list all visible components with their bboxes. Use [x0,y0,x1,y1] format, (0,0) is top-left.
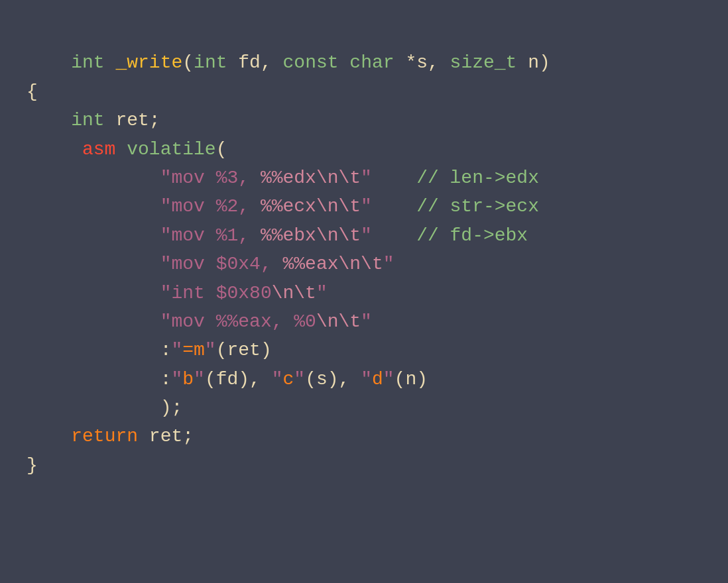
keyword-volatile: volatile [127,139,215,160]
code-editor: int _write(int fd, const char *s, size_t… [0,0,728,583]
constraint-c: c [283,369,294,390]
string-close-3: " [361,225,372,246]
constraint-open-1: " [171,340,182,360]
constraint-close-1: " [205,340,216,360]
string-mov2: mov %2, [171,196,260,217]
escape-nt-2: \n\t [316,311,361,332]
string-close-6: " [361,311,372,332]
string-mov-0x4: mov $0x4, [171,254,282,274]
keyword-int-1: int [71,52,104,73]
comment-2: // str->ecx [416,196,539,217]
keyword-int-2: int [194,52,227,73]
constraint-close-2: " [194,369,205,390]
escape-eax: %%eax\n\t [282,254,383,274]
string-open-6: " [160,311,172,332]
constraint-b: b [182,369,194,390]
comment-3: // fd->ebx [416,225,528,246]
keyword-const: const [283,52,339,73]
comment-1: // len->edx [416,168,539,188]
constraint-d: d [372,369,383,390]
string-close-2: " [361,196,372,217]
string-mov-eax: mov %%eax, %0 [171,311,316,332]
constraint-eq-m: =m [182,340,205,360]
constraint-close-4: " [383,369,394,390]
string-int-0x80: int $0x80 [171,283,271,303]
string-close-1: " [361,168,372,188]
escape-ecx: %%ecx\n\t [261,196,361,217]
keyword-char: char [349,52,394,73]
constraint-open-4: " [361,369,372,390]
string-open-4: " [160,254,172,274]
keyword-asm: asm [82,139,115,160]
escape-ebx: %%ebx\n\t [261,225,361,246]
string-open-3: " [160,225,172,246]
keyword-size_t: size_t [450,52,517,73]
code-content: int _write(int fd, const char *s, size_t… [27,20,701,509]
constraint-open-2: " [171,369,182,390]
string-open-1: " [160,168,172,188]
escape-edx: %%edx\n\t [261,168,361,188]
escape-nt-1: \n\t [272,283,316,303]
string-mov1: mov %1, [171,225,260,246]
string-mov3: mov %3, [171,168,260,188]
string-close-4: " [383,254,394,274]
string-open-2: " [160,196,172,217]
keyword-int-3: int [71,110,104,131]
constraint-close-3: " [294,369,305,390]
string-open-5: " [160,283,172,303]
keyword-return: return [71,426,138,447]
function-name: _write [115,52,182,73]
constraint-open-3: " [272,369,283,390]
string-close-5: " [316,283,328,303]
